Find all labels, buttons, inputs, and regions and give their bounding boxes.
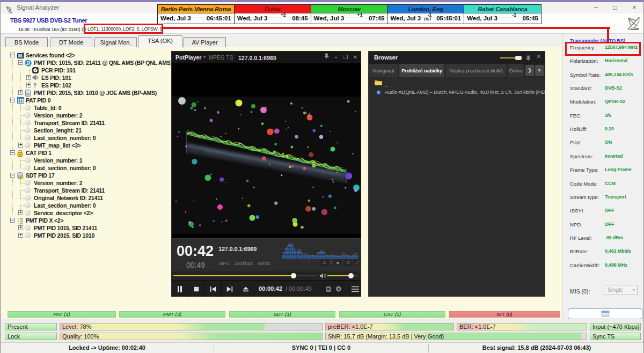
next-button[interactable] — [222, 281, 238, 297]
transponder-panel: Transponder (AUTO BS) Frequency:12567,99… — [562, 34, 644, 319]
meter-rest — [265, 323, 322, 330]
tree-label[interactable]: Transport_Stream ID: 21411 — [34, 187, 105, 194]
seek-handle[interactable] — [291, 273, 296, 278]
tree-label[interactable]: CAT PID 1 — [26, 150, 52, 156]
potplayer-titlebar[interactable]: PotPlayer ▾ MPEG TS | 127.0.0.1:6969 – ❐… — [172, 52, 361, 63]
tree-label[interactable]: Table_Id: 0 — [34, 105, 61, 111]
video-area[interactable] — [172, 63, 361, 238]
tree-label[interactable]: Last_section_number: 0 — [34, 202, 96, 209]
tree-label[interactable]: PAT PID 0 — [26, 97, 50, 104]
tree-expand-toggle[interactable]: + — [18, 210, 23, 215]
param-label: FEC: — [570, 113, 582, 119]
ab-repeat-icon[interactable]: A — [320, 259, 328, 266]
tree-label[interactable]: PMT PID 2015, SID 1010 — [34, 232, 94, 239]
tree-label[interactable]: Version_number: 2 — [34, 112, 82, 119]
tree-label[interactable]: Version_number: 2 — [34, 180, 82, 186]
transponder-row-code-mode: Code Mode:CCM — [562, 181, 644, 194]
browser-tab-prohl-e-nab-dky[interactable]: Prohlížeč nabídky — [399, 64, 444, 77]
browser-tab-navigovat[interactable]: Navigovat — [369, 64, 398, 77]
tree-collapse-toggle[interactable]: − — [18, 60, 23, 65]
tree-item: +Service_descriptor <2> — [1, 209, 172, 217]
tree-label[interactable]: Last_section_number: 0 — [34, 135, 96, 141]
settings-gear-icon[interactable] — [332, 281, 345, 297]
tree-label[interactable]: Transport_Stream ID: 21411 — [34, 120, 105, 126]
tabs-next-icon[interactable]: ❯ — [525, 65, 534, 76]
tree-label[interactable]: PMT PID X <2> — [26, 217, 63, 224]
tree-expand-toggle[interactable]: + — [18, 143, 23, 148]
tree-expand-toggle[interactable]: + — [18, 90, 23, 95]
tree-label[interactable]: ES PID: 102 — [41, 82, 71, 89]
tab-bs-mode[interactable]: BS Mode — [5, 37, 48, 47]
tree-expand-toggle[interactable]: + — [26, 75, 31, 80]
tree-expand-toggle[interactable]: + — [26, 83, 31, 87]
pause-button[interactable] — [172, 281, 188, 297]
folder-up-icon[interactable] — [375, 79, 382, 85]
tab-av-player[interactable]: AV Player — [184, 37, 226, 47]
potplayer-restore-icon[interactable]: ❐ — [341, 53, 350, 62]
clock-date: Wed, Jul 3 — [160, 15, 191, 21]
close-button[interactable]: × — [625, 2, 643, 13]
tabs-more-icon[interactable]: ▾ — [535, 65, 544, 76]
tree-label[interactable]: Last_section_number: 0 — [34, 165, 96, 171]
clock-dubai: DubaiWed, Jul 3+208:45 — [235, 5, 311, 24]
frequency-annotation-box — [565, 42, 641, 56]
tab-signal-mon-[interactable]: Signal Mon. — [94, 37, 137, 47]
tree-label[interactable]: Service_descriptor <2> — [34, 210, 93, 216]
tree-label[interactable]: PMT PID: 1015, SID: 21411 @ QNL AMS (BP … — [34, 60, 172, 66]
potplayer-title[interactable]: PotPlayer — [175, 54, 201, 61]
tree-label[interactable]: Section_lenght: 21 — [34, 127, 82, 134]
tab-tsa-ok-[interactable]: TSA (OK) — [138, 35, 182, 48]
tree-label[interactable]: Services found <2> — [26, 52, 75, 58]
maximize-button[interactable]: □ — [606, 2, 624, 13]
tree-item: +PMT PID 1015, SID 21411 — [1, 224, 172, 232]
meter-ber-1-0e-7: BER: <1.0E-7 — [457, 323, 587, 330]
tree-collapse-toggle[interactable]: − — [10, 173, 15, 178]
tree-label[interactable]: ES PID: 101 — [41, 75, 71, 81]
tree-label[interactable]: Version_number: 1 — [34, 157, 82, 164]
player-controls: 00:00:42 / 00:00:49 — [172, 280, 361, 297]
browser-close-icon[interactable]: ✕ — [536, 53, 541, 60]
stop-button[interactable] — [188, 281, 205, 297]
browser-titlebar[interactable]: Browser ✕ — [369, 52, 545, 64]
mis-dropdown[interactable]: Single ▾ — [604, 285, 638, 295]
table-view-button[interactable] — [568, 308, 642, 319]
tab-dt-mode[interactable]: DT Mode — [50, 37, 92, 47]
potplayer-menu-chevron-icon[interactable]: ▾ — [203, 55, 206, 60]
browser-pin-icon[interactable] — [526, 54, 531, 63]
browser-window: Browser ✕ NavigovatProhlížeč nabídkyNást… — [368, 51, 545, 297]
tree-collapse-toggle[interactable]: − — [10, 98, 15, 102]
clock-london-eng: London, EngWed, Jul 3-1DST05:45:01 — [387, 5, 464, 24]
eject-button[interactable] — [238, 281, 253, 297]
tree-label[interactable]: SDT PID 17 — [26, 172, 55, 179]
repeat-icon[interactable]: ↺ — [344, 259, 352, 266]
tree-expand-toggle[interactable]: + — [18, 225, 23, 230]
tree-collapse-toggle[interactable]: − — [10, 218, 15, 223]
pin-icon[interactable] — [322, 53, 331, 62]
minimize-button[interactable]: – — [587, 2, 605, 13]
browser-slider-handle[interactable] — [515, 56, 522, 60]
tree-label[interactable]: PMT_map_list <3> — [34, 142, 81, 149]
tree-label[interactable]: PMT PID: 2015, SID: 1010 @ JOE AMS (BP-A… — [34, 90, 157, 96]
tree-label[interactable]: Original_Network ID: 21411 — [34, 195, 103, 201]
tree-collapse-toggle[interactable]: − — [10, 53, 15, 57]
signal-meters: PresentLevel: 78%preBER: <1.0E-7BER: <1.… — [1, 319, 644, 342]
panel-icon[interactable]: ■ — [334, 259, 342, 266]
menu-hamburger-icon[interactable] — [349, 281, 362, 297]
audio-track-item[interactable]: Audio #1(QNL AMS) – Dutch, MPEG Audio, 4… — [385, 89, 545, 95]
tree-label[interactable]: PMT PID 1015, SID 21411 — [34, 225, 97, 231]
previous-button[interactable] — [205, 281, 222, 297]
browser-tab-online[interactable]: Online — [508, 64, 524, 77]
browser-tab-n-stroj-proch-zen-titulk-[interactable]: Nástroj procházení titulků — [445, 64, 507, 77]
volume-handle[interactable] — [348, 273, 354, 278]
shuffle-icon[interactable]: ⤢ — [353, 259, 361, 266]
tree-label[interactable]: PCR PID: 101 — [41, 67, 76, 73]
tree-expand-toggle[interactable]: + — [18, 233, 23, 238]
tree-item: Version_number: 1 — [1, 157, 172, 164]
potplayer-close-icon[interactable]: ✕ — [351, 53, 360, 62]
player-info-panel: 00:42 00:49 127.0.0.1:6969 MP2 384kbps 4… — [172, 238, 361, 271]
tree-collapse-toggle[interactable]: − — [10, 150, 15, 155]
volume-icon[interactable] — [320, 273, 326, 278]
step-icon[interactable]: ⁝ — [329, 259, 333, 266]
potplayer-minimize-icon[interactable]: – — [332, 53, 340, 62]
folder-up-label[interactable]: .. — [385, 82, 388, 88]
